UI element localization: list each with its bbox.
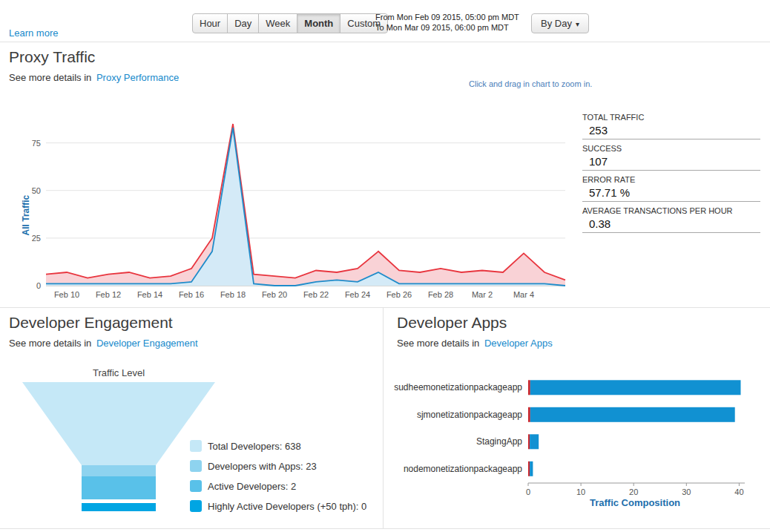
see-more-text: See more details in [397, 338, 479, 349]
x-tick-label: Feb 18 [220, 290, 246, 299]
y-tick-label: 50 [32, 186, 41, 195]
stat-value: 107 [582, 155, 760, 168]
range-button-month[interactable]: Month [297, 13, 340, 33]
chevron-down-icon: ▾ [576, 20, 579, 28]
legend-label: Active Developers: 2 [208, 481, 296, 492]
bar-traffic-segment [530, 380, 741, 395]
x-tick-label: 0 [526, 487, 530, 496]
analytics-dashboard-page: Learn more HourDayWeekMonthCustom From M… [0, 0, 770, 532]
developer-apps-link[interactable]: Developer Apps [484, 338, 553, 349]
see-more-text: See more details in [9, 72, 91, 83]
developer-engagement-link[interactable]: Developer Engagement [96, 338, 198, 349]
stat-label: SUCCESS [582, 144, 760, 153]
x-tick-label: 30 [682, 487, 691, 496]
area-success [46, 128, 565, 286]
date-range: From Mon Feb 09 2015, 05:00 pm MDT To Mo… [375, 12, 519, 33]
bar-category-label: sjmonetizationpackageapp [417, 410, 522, 420]
funnel-stage-highlyactive [82, 503, 156, 511]
stat-label: ERROR RATE [582, 175, 760, 184]
funnel-legend: Total Developers: 638Developers with App… [190, 440, 366, 520]
y-tick-label: 75 [32, 139, 41, 148]
proxy-traffic-section: Proxy Traffic See more details in Proxy … [0, 42, 770, 308]
traffic-area-chart[interactable]: 0255075Feb 10Feb 12Feb 14Feb 16Feb 18Feb… [21, 105, 571, 305]
funnel-title: Traffic Level [15, 367, 223, 378]
x-tick-label: Feb 28 [428, 290, 453, 299]
bar-traffic-segment [530, 462, 533, 476]
engagement-subtitle: See more details in Developer Engagement [9, 338, 198, 349]
stat-label: TOTAL TRAFFIC [582, 113, 760, 122]
stat-value: 57.71 % [582, 186, 760, 199]
bar-error-segment [528, 407, 530, 422]
bar-error-segment [528, 380, 530, 395]
date-to: To Mon Mar 09 2015, 06:00 pm MDT [375, 22, 519, 33]
bar-category-label: StagingApp [476, 436, 522, 447]
proxy-subtitle: See more details in Proxy Performance [9, 72, 179, 83]
x-tick-label: 20 [629, 487, 638, 496]
x-tick-label: 10 [576, 487, 585, 496]
legend-label: Developers with Apps: 23 [208, 461, 317, 472]
stat-error-rate: ERROR RATE 57.71 % [582, 175, 760, 202]
y-tick-label: 25 [32, 234, 41, 243]
granularity-label: By Day [541, 18, 572, 29]
proxy-traffic-title: Proxy Traffic [9, 48, 95, 66]
x-tick-label: Feb 20 [262, 290, 287, 299]
x-tick-label: Feb 12 [96, 290, 121, 299]
legend-item: Total Developers: 638 [190, 440, 366, 452]
developer-apps-section: Developer Apps See more details in Devel… [384, 308, 770, 528]
bar-error-segment [528, 462, 530, 476]
x-axis-title: Traffic Composition [590, 497, 680, 508]
legend-swatch-icon [190, 440, 202, 452]
stat-value: 0.38 [582, 217, 760, 230]
time-range-buttons: HourDayWeekMonthCustom [192, 13, 388, 33]
developer-apps-title: Developer Apps [397, 314, 507, 332]
x-tick-label: Feb 14 [137, 290, 162, 299]
developer-engagement-title: Developer Engagement [9, 314, 173, 332]
bar-category-label: sudheemonetizationpackageapp [394, 382, 522, 393]
funnel-stage-withapps [82, 465, 156, 476]
bar-error-segment [528, 434, 530, 449]
line-traffic [46, 124, 565, 280]
area-traffic [46, 124, 565, 286]
x-tick-label: Mar 2 [472, 290, 493, 299]
legend-item: Active Developers: 2 [190, 480, 366, 492]
funnel-stage-total [22, 382, 215, 465]
stat-success: SUCCESS 107 [582, 144, 760, 171]
legend-swatch-icon [190, 500, 202, 512]
legend-swatch-icon [190, 480, 202, 492]
traffic-stats-panel: TOTAL TRAFFIC 253 SUCCESS 107 ERROR RATE… [582, 113, 760, 237]
x-tick-label: Mar 4 [513, 290, 534, 299]
range-button-week[interactable]: Week [258, 13, 297, 33]
bar-traffic-segment [530, 434, 539, 449]
y-tick-label: 0 [36, 281, 41, 290]
zoom-hint: Click and drag in chart to zoom in. [469, 79, 592, 88]
bottom-sections: Developer Engagement See more details in… [0, 308, 770, 529]
range-button-hour[interactable]: Hour [192, 13, 228, 33]
legend-label: Total Developers: 638 [208, 441, 301, 452]
legend-label: Highly Active Developers (+50 tph): 0 [208, 501, 366, 512]
stat-value: 253 [582, 124, 760, 137]
x-tick-label: Feb 10 [54, 290, 79, 299]
stat-total-traffic: TOTAL TRAFFIC 253 [582, 113, 760, 139]
stat-label: AVERAGE TRANSACTIONS PER HOUR [582, 206, 760, 215]
granularity-dropdown[interactable]: By Day▾ [531, 13, 589, 33]
bar-category-label: nodemonetizationpackageapp [404, 464, 522, 474]
x-tick-label: 40 [734, 487, 743, 496]
x-tick-label: Feb 22 [303, 290, 329, 299]
apps-subtitle: See more details in Developer Apps [397, 338, 553, 349]
legend-swatch-icon [190, 460, 202, 472]
proxy-performance-link[interactable]: Proxy Performance [96, 72, 179, 83]
learn-more-link[interactable]: Learn more [9, 27, 58, 39]
see-more-text: See more details in [9, 338, 91, 349]
legend-item: Highly Active Developers (+50 tph): 0 [190, 500, 366, 512]
stat-avg-tph: AVERAGE TRANSACTIONS PER HOUR 0.38 [582, 206, 760, 233]
apps-bar-chart: sudheemonetizationpackageappsjmonetizati… [385, 373, 760, 510]
topbar: Learn more HourDayWeekMonthCustom From M… [0, 0, 770, 42]
x-tick-label: Feb 26 [386, 290, 412, 299]
legend-item: Developers with Apps: 23 [190, 460, 366, 472]
range-button-day[interactable]: Day [227, 13, 259, 33]
line-success [46, 128, 565, 286]
developer-engagement-section: Developer Engagement See more details in… [0, 308, 384, 528]
x-tick-label: Feb 24 [345, 290, 370, 299]
date-from: From Mon Feb 09 2015, 05:00 pm MDT [375, 12, 519, 22]
bar-traffic-segment [530, 407, 735, 422]
